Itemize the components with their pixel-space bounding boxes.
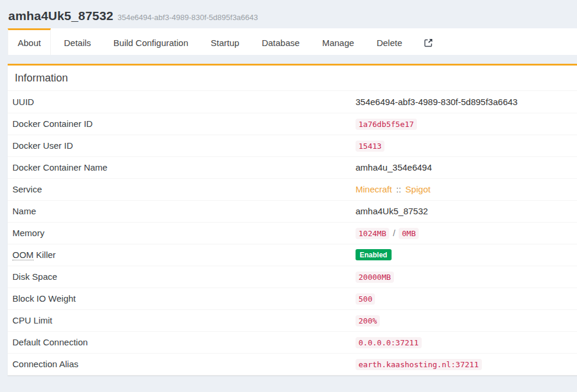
abbr-oom: OOM bbox=[12, 250, 34, 260]
row-value: 354e6494-abf3-4989-830f-5d895f3a6643 bbox=[351, 91, 577, 113]
row-label: Memory bbox=[8, 222, 351, 244]
table-row-name: Nameamha4Uk5_87532 bbox=[8, 200, 577, 222]
code-value: 200% bbox=[356, 315, 380, 326]
row-label: CPU Limit bbox=[8, 309, 351, 331]
page-uuid: 354e6494-abf3-4989-830f-5d895f3a6643 bbox=[118, 13, 258, 22]
row-value: 0.0.0.0:37211 bbox=[351, 331, 577, 353]
row-value: 15413 bbox=[351, 135, 577, 156]
panel-header: Information bbox=[8, 66, 577, 91]
row-label: OOM Killer bbox=[8, 244, 351, 266]
row-label: Name bbox=[8, 200, 351, 222]
row-label: Default Connection bbox=[8, 331, 351, 353]
row-value: amha4u_354e6494 bbox=[351, 156, 577, 178]
table-row-connection-alias: Connection Aliasearth.kaashosting.nl:372… bbox=[8, 353, 577, 375]
tab-startup[interactable]: Startup bbox=[201, 28, 249, 55]
row-label: Docker User ID bbox=[8, 135, 351, 156]
row-value: 1a76db5f5e17 bbox=[351, 113, 577, 135]
row-value: amha4Uk5_87532 bbox=[351, 200, 577, 222]
tab-about[interactable]: About bbox=[8, 28, 51, 55]
page-title: amha4Uk5_87532 bbox=[8, 9, 113, 22]
code-value: 15413 bbox=[356, 141, 384, 152]
value-separator: :: bbox=[392, 184, 406, 194]
table-row-memory: Memory1024MB / 0MB bbox=[8, 222, 577, 244]
code-value: 0.0.0.0:37211 bbox=[356, 337, 422, 348]
value-text: amha4u_354e6494 bbox=[356, 162, 432, 172]
row-value: Enabled bbox=[351, 244, 577, 266]
tab-delete[interactable]: Delete bbox=[367, 28, 412, 55]
value-text: amha4Uk5_87532 bbox=[356, 206, 428, 216]
row-value: earth.kaashosting.nl:37211 bbox=[351, 353, 577, 375]
information-panel: Information UUID354e6494-abf3-4989-830f-… bbox=[8, 64, 577, 375]
table-row-docker-container-id: Docker Container ID1a76db5f5e17 bbox=[8, 113, 577, 135]
row-value: 20000MB bbox=[351, 266, 577, 288]
status-badge: Enabled bbox=[356, 249, 392, 260]
row-value: 500 bbox=[351, 288, 577, 309]
row-label: Service bbox=[8, 178, 351, 200]
row-label: Block IO Weight bbox=[8, 288, 351, 309]
table-row-oom-killer: OOM KillerEnabled bbox=[8, 244, 577, 266]
value-text: 354e6494-abf3-4989-830f-5d895f3a6643 bbox=[356, 97, 517, 107]
code-value: 1a76db5f5e17 bbox=[356, 119, 417, 130]
code-value: 500 bbox=[356, 293, 375, 305]
table-row-uuid: UUID354e6494-abf3-4989-830f-5d895f3a6643 bbox=[8, 91, 577, 113]
table-row-disk-space: Disk Space20000MB bbox=[8, 266, 577, 288]
row-label: Disk Space bbox=[8, 266, 351, 288]
page-header: amha4Uk5_87532354e6494-abf3-4989-830f-5d… bbox=[0, 0, 577, 28]
tab-build-configuration[interactable]: Build Configuration bbox=[104, 28, 198, 55]
tab-details[interactable]: Details bbox=[54, 28, 100, 55]
info-table-body: UUID354e6494-abf3-4989-830f-5d895f3a6643… bbox=[8, 91, 577, 375]
row-value: Minecraft :: Spigot bbox=[351, 178, 577, 200]
table-row-cpu-limit: CPU Limit200% bbox=[8, 309, 577, 331]
panel-title: Information bbox=[15, 72, 68, 84]
table-row-docker-container-name: Docker Container Nameamha4u_354e6494 bbox=[8, 156, 577, 178]
link-minecraft[interactable]: Minecraft bbox=[356, 184, 392, 194]
code-value: 0MB bbox=[399, 228, 418, 239]
row-label: UUID bbox=[8, 91, 351, 113]
row-label: Docker Container Name bbox=[8, 156, 351, 178]
tab-bar: AboutDetailsBuild ConfigurationStartupDa… bbox=[8, 28, 577, 55]
info-table: UUID354e6494-abf3-4989-830f-5d895f3a6643… bbox=[8, 91, 577, 375]
code-value: 1024MB bbox=[356, 228, 389, 239]
row-value: 200% bbox=[351, 309, 577, 331]
row-label: Docker Container ID bbox=[8, 113, 351, 135]
external-link-icon bbox=[423, 38, 433, 48]
table-row-docker-user-id: Docker User ID15413 bbox=[8, 135, 577, 156]
row-value: 1024MB / 0MB bbox=[351, 222, 577, 244]
spacer bbox=[0, 55, 577, 64]
tab-database[interactable]: Database bbox=[252, 28, 309, 55]
table-row-service: ServiceMinecraft :: Spigot bbox=[8, 178, 577, 200]
table-row-block-io-weight: Block IO Weight500 bbox=[8, 288, 577, 309]
tab-external-link[interactable] bbox=[415, 28, 442, 55]
value-separator: / bbox=[389, 228, 399, 238]
link-spigot[interactable]: Spigot bbox=[405, 184, 431, 194]
table-row-default-connection: Default Connection0.0.0.0:37211 bbox=[8, 331, 577, 353]
code-value: earth.kaashosting.nl:37211 bbox=[356, 359, 482, 370]
row-label: Connection Alias bbox=[8, 353, 351, 375]
code-value: 20000MB bbox=[356, 272, 394, 283]
tab-list: AboutDetailsBuild ConfigurationStartupDa… bbox=[8, 28, 415, 55]
tab-manage[interactable]: Manage bbox=[312, 28, 363, 55]
